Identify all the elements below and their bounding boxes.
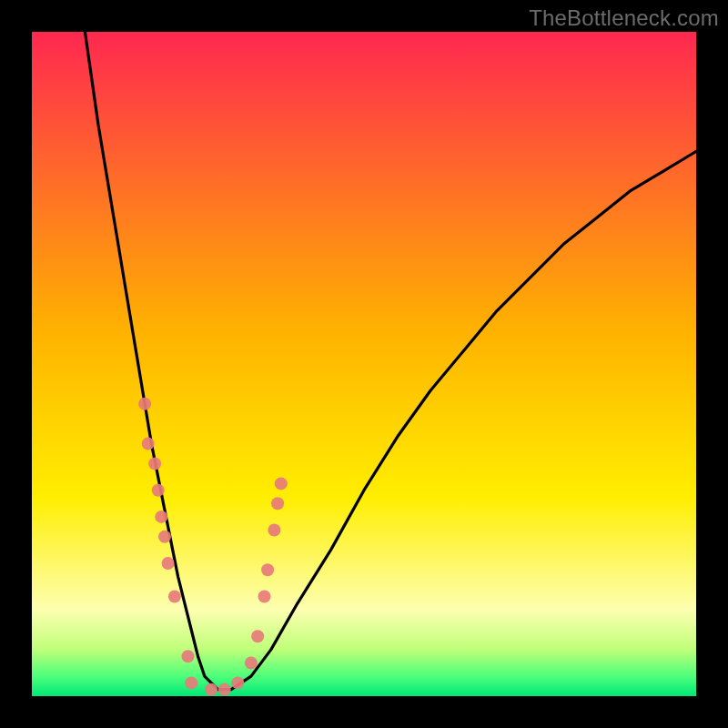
marker-dot: [205, 683, 217, 696]
marker-dot: [258, 591, 271, 603]
marker-dot: [162, 557, 175, 570]
marker-dot: [158, 531, 171, 543]
marker-dot: [182, 650, 195, 662]
marker-dot: [218, 683, 231, 696]
chart-frame: TheBottleneck.com: [0, 0, 728, 728]
marker-dot: [268, 524, 280, 537]
chart-svg: [32, 32, 696, 696]
svg-rect-0: [32, 32, 696, 696]
marker-dot: [185, 676, 197, 689]
marker-dot: [251, 630, 264, 642]
marker-dot: [275, 477, 288, 490]
marker-dot: [168, 591, 181, 603]
watermark-text: TheBottleneck.com: [529, 5, 719, 31]
plot-area: [32, 32, 696, 696]
marker-dot: [148, 458, 161, 470]
marker-dot: [155, 511, 167, 523]
marker-dot: [245, 657, 258, 670]
marker-dot: [152, 484, 165, 497]
marker-dot: [142, 438, 155, 450]
marker-dot: [261, 563, 274, 576]
marker-dot: [231, 676, 244, 689]
marker-dot: [271, 497, 284, 510]
marker-dot: [138, 398, 151, 410]
